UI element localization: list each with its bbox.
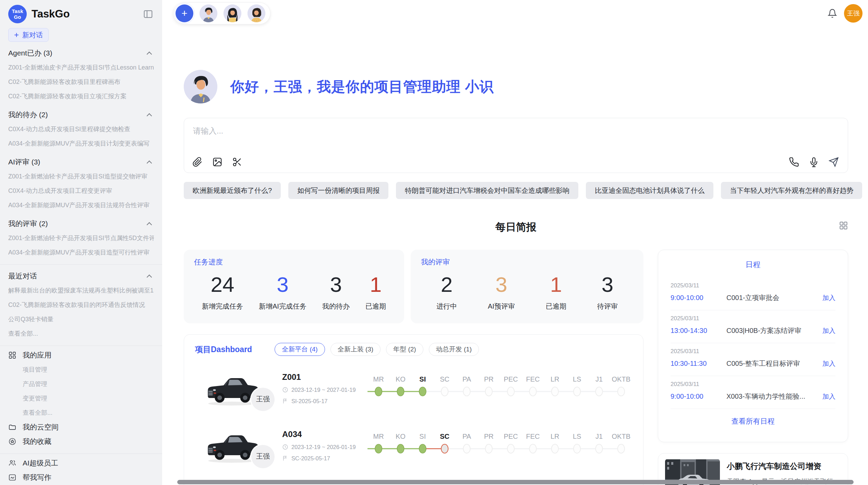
avatar-female-1[interactable] [224, 4, 241, 22]
sidebar-item-write[interactable]: 帮我写作 [8, 470, 154, 485]
sidebar-conversation-item[interactable]: C02-飞腾新能源轻客改款项目里程碑画布 [8, 75, 154, 89]
avatar-female-2[interactable] [248, 4, 265, 22]
view-all-apps[interactable]: 查看全部... [8, 406, 154, 420]
project-row[interactable]: 王强Z0012023-12-19 ~ 2027-01-19SI-2025-05-… [195, 363, 632, 413]
sidebar-conversation-item[interactable]: A034-全新新能源MUV产品开发项目计划变更表编写 [8, 136, 154, 151]
stat-value: 3 [259, 270, 306, 300]
scissors-icon[interactable] [232, 157, 242, 167]
divider [0, 346, 162, 346]
dashboard-tab[interactable]: 动总开发 (1) [429, 343, 479, 356]
write-icon [8, 473, 16, 482]
recent-conversation-item[interactable]: C02-飞腾新能源轻客改款项目的闭环通告反馈情况 [8, 298, 154, 312]
app-logo: Task Go [8, 5, 27, 23]
sidebar-item-favorites[interactable]: 我的收藏 [8, 434, 154, 449]
view-all-schedule-link[interactable]: 查看所有日程 [671, 409, 835, 434]
schedule-event: 2025/03/1110:30-11:30C005-整车工程目标评审加入 [671, 343, 835, 376]
sidebar-section-header[interactable]: 我的评审 (2) [8, 216, 154, 231]
divider [0, 453, 162, 454]
add-session-button[interactable]: + [176, 4, 193, 22]
cloud-space-label: 我的云空间 [23, 422, 59, 432]
truck-image [204, 426, 260, 465]
sidebar-conversation-item[interactable]: A034-全新新能源MUV产品开发项目法规符合性评审 [8, 198, 154, 212]
image-icon[interactable] [212, 157, 222, 167]
stat-label: 待评审 [597, 302, 618, 311]
send-icon[interactable] [829, 157, 839, 167]
phone-icon[interactable] [789, 157, 799, 167]
apps-grid-icon [8, 351, 16, 359]
recent-label: 最近对话 [8, 271, 37, 281]
join-link[interactable]: 加入 [822, 294, 835, 302]
avatar-male[interactable] [200, 4, 217, 22]
join-link[interactable]: 加入 [822, 326, 835, 335]
sidebar-section-header[interactable]: 最近对话 [8, 269, 154, 283]
dashboard-tab[interactable]: 全新平台 (4) [275, 343, 325, 356]
stat-value: 1 [365, 270, 386, 300]
apps-section: 我的应用 项目管理产品管理变更管理 查看全部... 我的云空间 我的收藏 [8, 348, 154, 449]
milestone-label: OKTB [610, 433, 632, 440]
notification-bell-icon[interactable] [828, 9, 837, 18]
sidebar-item-people[interactable]: AI超级员工 [8, 456, 154, 470]
user-avatar[interactable]: 王强 [844, 4, 863, 23]
suggestion-chip[interactable]: 当下年轻人对汽车外观有怎样的喜好趋势 [721, 182, 862, 199]
join-link[interactable]: 加入 [822, 392, 835, 401]
attachment-icon[interactable] [192, 157, 203, 167]
milestone-label: J1 [588, 375, 610, 383]
milestone-dots [367, 441, 632, 456]
view-all-conversations[interactable]: 查看全部... [8, 326, 154, 341]
horizontal-scrollbar[interactable] [177, 480, 854, 484]
dashboard-title: 项目Dashboard [195, 344, 252, 355]
collapse-sidebar-icon[interactable] [143, 9, 153, 19]
suggestion-chip[interactable]: 如何写一份清晰的项目周报 [288, 182, 388, 199]
sidebar-header: Task Go TaskGo [8, 0, 154, 28]
recent-items: 解释最新出台的欧盟报废车法规再生塑料比例被调至15%...C02-飞腾新能源轻客… [8, 283, 154, 326]
favorites-label: 我的收藏 [23, 437, 51, 446]
project-info: Z0012023-12-19 ~ 2027-01-19SI-2025-05-17 [282, 372, 363, 405]
milestone-label: OKTB [610, 375, 632, 383]
stat-value: 24 [202, 270, 243, 300]
app-subitem[interactable]: 项目管理 [8, 362, 154, 377]
sidebar-conversation-item[interactable]: Z001-全新燃油皮卡产品开发项目SI节点Lesson Learn报告 [8, 60, 154, 75]
project-row[interactable]: 王强A0342023-12-19 ~ 2026-01-19SC-2025-05-… [195, 421, 632, 470]
join-link[interactable]: 加入 [822, 359, 835, 368]
topbar: + 王强 [162, 0, 868, 25]
suggestion-chip[interactable]: 比亚迪全固态电池计划具体说了什么 [586, 182, 713, 199]
sidebar-section-header[interactable]: 我的待办 (2) [8, 108, 154, 122]
sidebar-item-my-apps[interactable]: 我的应用 [8, 348, 154, 362]
sidebar-section-header[interactable]: AI评审 (3) [8, 155, 154, 169]
sidebar-conversation-item[interactable]: C0X4-动力总成开发项目工程变更评审 [8, 184, 154, 198]
microphone-icon[interactable] [809, 157, 819, 167]
app-root: Task Go TaskGo + 新对话 Agent已办 (3)Z001-全新燃… [0, 0, 868, 485]
sidebar-conversation-item[interactable]: Z001-全新燃油轻卡产品开发项目SI节点属性5D文件评审 [8, 231, 154, 245]
sidebar-item-cloud-space[interactable]: 我的云空间 [8, 420, 154, 434]
suggestion-chip[interactable]: 欧洲新规最近颁布了什么? [184, 182, 281, 199]
new-chat-button[interactable]: + 新对话 [8, 28, 49, 42]
sidebar-section-label: AI评审 (3) [8, 157, 40, 167]
recent-conversation-item[interactable]: 解释最新出台的欧盟报废车法规再生塑料比例被调至15%... [8, 283, 154, 298]
milestone-label: LR [544, 433, 566, 440]
event-date: 2025/03/11 [671, 315, 835, 322]
milestone-label: MR [367, 433, 389, 440]
sidebar-section-header[interactable]: Agent已办 (3) [8, 46, 154, 60]
sidebar-conversation-item[interactable]: C02-飞腾新能源轻客改款项目立项汇报方案 [8, 89, 154, 103]
sidebar-conversation-item[interactable]: Z001-全新燃油轻卡产品开发项目SI造型提交物评审 [8, 169, 154, 184]
stat-label: 新增完成任务 [202, 302, 243, 311]
clock-icon [282, 444, 288, 450]
stat-row: 24新增完成任务3新增AI完成任务3我的待办1已逾期 [194, 270, 394, 311]
milestone-label: KO [389, 375, 411, 383]
recent-conversation-item[interactable]: 公司Q3轻卡销量 [8, 312, 154, 326]
chat-input[interactable] [184, 118, 848, 142]
layout-grid-icon[interactable] [839, 221, 848, 230]
suggestion-chip[interactable]: 特朗普可能对进口汽车增税会对中国车企造成哪些影响 [396, 182, 578, 199]
app-subitem[interactable]: 变更管理 [8, 391, 154, 406]
sidebar-section-label: Agent已办 (3) [8, 48, 52, 58]
topbar-right: 王强 [828, 4, 863, 23]
sidebar-conversation-item[interactable]: A034-全新新能源MUV产品开发项目造型可行性评审 [8, 245, 154, 260]
dashboard-tab[interactable]: 全新上装 (3) [330, 343, 381, 356]
sidebar-conversation-item[interactable]: C0X4-动力总成开发项目SI里程碑提交物检查 [8, 122, 154, 136]
dashboard-tab[interactable]: 年型 (2) [386, 343, 423, 356]
logo-text-bottom: Go [14, 14, 21, 20]
composer-tools-left [192, 157, 242, 167]
app-subitem[interactable]: 产品管理 [8, 377, 154, 391]
briefing-cards: 任务进度24新增完成任务3新增AI完成任务3我的待办1已逾期我的评审2进行中3A… [184, 250, 643, 323]
milestone-label: FEC [522, 433, 544, 440]
